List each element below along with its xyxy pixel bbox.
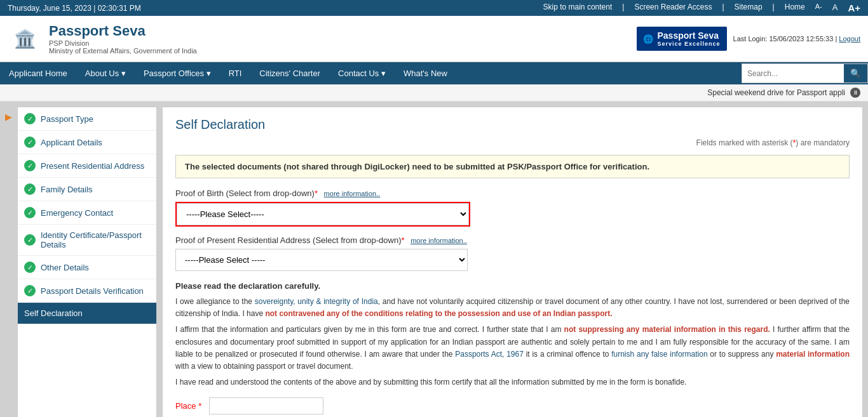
sidebar-label-present-address: Present Residential Address	[41, 161, 144, 171]
site-title: Passport Seva	[49, 23, 197, 39]
declaration-text: I owe allegiance to the sovereignty, uni…	[175, 296, 850, 388]
sidebar-item-passport-type[interactable]: ✓ Passport Type	[18, 107, 156, 131]
check-icon-identity-cert: ✓	[24, 234, 36, 246]
proof-of-birth-select[interactable]: -----Please Select-----	[177, 203, 469, 225]
sidebar-label-self-declaration: Self Declaration	[24, 308, 83, 318]
sidebar-item-family-details[interactable]: ✓ Family Details	[18, 178, 156, 201]
check-icon-other-details: ✓	[24, 261, 36, 273]
last-login-info: Last Login: 15/06/2023 12:55:33 | Logout	[733, 35, 860, 43]
badge-title: Passport Seva	[657, 30, 720, 41]
ticker-pause-button[interactable]: ⏸	[850, 88, 860, 98]
content-area: Self Declaration Fields marked with aste…	[162, 107, 863, 417]
skip-link[interactable]: Skip to main content	[543, 3, 613, 13]
datetime: Thursday, June 15, 2023 | 02:30:31 PM	[8, 4, 141, 13]
sidebar-item-emergency-contact[interactable]: ✓ Emergency Contact	[18, 201, 156, 225]
nav-rti[interactable]: RTI	[220, 62, 251, 84]
header: 🏛️ Passport Seva PSP Division Ministry o…	[0, 16, 868, 62]
proof-address-more-info[interactable]: more information..	[410, 237, 467, 244]
proof-address-required: *	[402, 235, 405, 245]
sidebar: ✓ Passport Type ✓ Applicant Details ✓ Pr…	[17, 107, 157, 417]
proof-of-address-select[interactable]: -----Please Select -----	[175, 249, 468, 271]
passport-seva-logo-badge: 🌐 Passport Seva Service Excellence	[637, 27, 726, 51]
info-box-text: The selected documents (not shared throu…	[185, 162, 649, 171]
proof-of-birth-dropdown-wrapper: -----Please Select-----	[175, 202, 470, 227]
sidebar-arrow-indicator: ▶	[5, 109, 12, 124]
sidebar-label-emergency-contact: Emergency Contact	[41, 208, 113, 218]
sidebar-item-passport-verification[interactable]: ✓ Passport Details Verification	[18, 279, 156, 303]
top-bar-links: Skip to main content | Screen Reader Acc…	[543, 3, 860, 13]
ticker-text: Special weekend drive for Passport appli	[707, 88, 845, 97]
emblem-logo: 🏛️	[8, 20, 43, 58]
asterisk-symbol: *	[793, 138, 796, 147]
sidebar-item-applicant-details[interactable]: ✓ Applicant Details	[18, 131, 156, 154]
header-title: Passport Seva PSP Division Ministry of E…	[49, 23, 197, 55]
top-bar: Thursday, June 15, 2023 | 02:30:31 PM Sk…	[0, 0, 868, 16]
proof-birth-more-info[interactable]: more information..	[324, 190, 381, 197]
screen-reader-link[interactable]: Screen Reader Access	[634, 3, 712, 13]
font-a-plus[interactable]: A+	[848, 3, 860, 13]
badge-subtitle: Service Excellence	[657, 41, 720, 47]
navbar: Applicant Home About Us ▾ Passport Offic…	[0, 62, 868, 84]
proof-of-birth-label: Proof of Birth (Select from drop-down)* …	[175, 189, 850, 198]
check-icon-passport-type: ✓	[24, 113, 36, 124]
check-icon-emergency-contact: ✓	[24, 207, 36, 218]
proof-of-address-section: Proof of Present Residential Address (Se…	[175, 235, 850, 271]
main-content: ▶ ✓ Passport Type ✓ Applicant Details ✓ …	[0, 102, 868, 417]
declaration-heading: Please read the declaration carefully.	[175, 281, 850, 291]
sidebar-label-passport-verification: Passport Details Verification	[41, 286, 144, 296]
proof-birth-required: *	[315, 189, 318, 198]
place-label: Place *	[175, 401, 201, 411]
nav-about-us[interactable]: About Us ▾	[76, 62, 135, 84]
nav-passport-offices[interactable]: Passport Offices ▾	[135, 62, 220, 84]
search-input[interactable]	[742, 65, 844, 82]
font-a[interactable]: A	[832, 3, 838, 13]
sidebar-label-applicant-details: Applicant Details	[41, 138, 102, 147]
sidebar-item-present-address[interactable]: ✓ Present Residential Address	[18, 154, 156, 178]
sidebar-item-self-declaration[interactable]: Self Declaration	[18, 303, 156, 324]
ticker-bar: Special weekend drive for Passport appli…	[0, 84, 868, 102]
sidebar-label-identity-cert: Identity Certificate/Passport Details	[41, 230, 150, 249]
sidebar-label-family-details: Family Details	[41, 185, 93, 194]
check-icon-family-details: ✓	[24, 183, 36, 195]
header-right: 🌐 Passport Seva Service Excellence Last …	[637, 27, 860, 51]
info-box: The selected documents (not shared throu…	[175, 155, 850, 178]
check-icon-present-address: ✓	[24, 160, 36, 171]
check-icon-passport-verification: ✓	[24, 285, 36, 296]
page-title: Self Declaration	[175, 117, 850, 132]
proof-of-address-label: Proof of Present Residential Address (Se…	[175, 235, 850, 245]
nav-whats-new[interactable]: What's New	[395, 62, 456, 84]
nav-citizens-charter[interactable]: Citizens' Charter	[250, 62, 329, 84]
nav-contact-us[interactable]: Contact Us ▾	[329, 62, 395, 84]
search-container: 🔍	[742, 63, 868, 83]
place-input[interactable]	[209, 397, 323, 414]
sidebar-label-passport-type: Passport Type	[41, 114, 93, 124]
check-icon-applicant-details: ✓	[24, 136, 36, 148]
header-left: 🏛️ Passport Seva PSP Division Ministry o…	[8, 20, 197, 58]
last-login-time: 12:55:33	[806, 35, 834, 43]
passport-seva-globe-icon: 🌐	[643, 34, 653, 44]
font-a-minus[interactable]: A-	[815, 3, 822, 13]
logout-link[interactable]: Logout	[839, 35, 860, 43]
sitemap-link[interactable]: Sitemap	[735, 3, 763, 13]
site-subtitle1: PSP Division	[49, 39, 197, 47]
sidebar-item-identity-cert[interactable]: ✓ Identity Certificate/Passport Details	[18, 225, 156, 256]
place-row: Place *	[175, 397, 850, 414]
search-button[interactable]: 🔍	[844, 64, 867, 83]
declaration-para2: I affirm that the information and partic…	[175, 324, 850, 373]
mandatory-note: Fields marked with asterisk (*) are mand…	[175, 138, 850, 147]
last-login-label: Last Login: 15/06/2023	[733, 35, 804, 43]
sidebar-label-other-details: Other Details	[41, 263, 89, 272]
proof-of-birth-section: Proof of Birth (Select from drop-down)* …	[175, 189, 850, 227]
home-link[interactable]: Home	[785, 3, 805, 13]
site-subtitle2: Ministry of External Affairs, Government…	[49, 47, 197, 55]
nav-applicant-home[interactable]: Applicant Home	[0, 62, 76, 84]
declaration-para1: I owe allegiance to the sovereignty, uni…	[175, 296, 850, 320]
sidebar-item-other-details[interactable]: ✓ Other Details	[18, 256, 156, 279]
declaration-para3: I have read and understood the contents …	[175, 376, 850, 388]
